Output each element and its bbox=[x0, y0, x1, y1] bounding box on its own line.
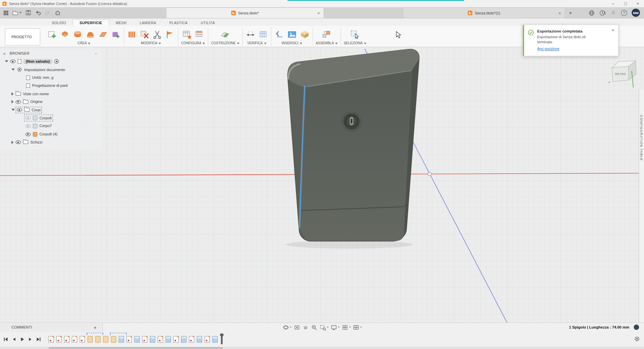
redo-button[interactable] bbox=[45, 10, 51, 15]
activate-target-icon[interactable] bbox=[54, 59, 59, 64]
group-label-modifica[interactable]: MODIFICA bbox=[141, 42, 157, 45]
timeline-feature-box[interactable] bbox=[150, 336, 155, 343]
ribbon-tab-solido[interactable]: SOLIDO bbox=[45, 20, 73, 26]
file-menu-button[interactable] bbox=[12, 10, 22, 15]
undo-button[interactable] bbox=[35, 10, 41, 15]
timeline-feature-sketch[interactable] bbox=[48, 336, 54, 343]
browser-row-part-design[interactable]: Progettazione di parti bbox=[0, 82, 102, 90]
step-back-button[interactable] bbox=[11, 337, 16, 342]
collapsed-arrow-icon[interactable] bbox=[11, 92, 13, 96]
new-tab-button[interactable]: + bbox=[565, 7, 576, 18]
collapsed-arrow-icon[interactable] bbox=[11, 140, 13, 144]
skip-to-start-button[interactable] bbox=[3, 337, 8, 342]
window-maximize-button[interactable]: □ bbox=[620, 0, 632, 7]
browser-row-origin[interactable]: Origine bbox=[0, 98, 102, 106]
visibility-eye-icon[interactable] bbox=[16, 100, 21, 104]
timeline-feature-sketch[interactable] bbox=[72, 336, 77, 343]
browser-row-bodies[interactable]: Corpi bbox=[0, 106, 102, 114]
home-button[interactable] bbox=[55, 10, 61, 15]
browser-row-document[interactable]: (Non salvato) bbox=[0, 57, 102, 65]
visibility-eye-icon[interactable] bbox=[10, 60, 16, 63]
document-tab-2[interactable]: Senza titolo*(1) × bbox=[403, 7, 565, 18]
ribbon-tab-plastica[interactable]: PLASTICA bbox=[163, 20, 194, 26]
orbit-button[interactable] bbox=[283, 324, 292, 331]
ribbon-tab-mesh[interactable]: MESH bbox=[109, 20, 133, 26]
zoom-window-button[interactable] bbox=[319, 324, 329, 331]
timeline-feature-box[interactable] bbox=[119, 336, 124, 343]
group-label-configura[interactable]: CONFIGURA bbox=[181, 42, 201, 45]
look-at-button[interactable] bbox=[294, 324, 300, 331]
viewport[interactable]: « BROWSER – (Non salvato) Impostazioni d… bbox=[0, 47, 644, 323]
group-label-costruzione[interactable]: COSTRUZIONE bbox=[211, 42, 236, 45]
timeline-feature-box[interactable] bbox=[181, 336, 187, 343]
user-avatar[interactable]: MM bbox=[632, 9, 640, 17]
display-settings-button[interactable] bbox=[331, 324, 340, 331]
timeline-feature-box[interactable] bbox=[212, 336, 218, 343]
viewcube[interactable]: RETRO × bbox=[608, 59, 639, 92]
app-grid-icon[interactable] bbox=[3, 10, 9, 15]
viewports-button[interactable] bbox=[353, 324, 362, 331]
browser-row-named-views[interactable]: Viste con nome bbox=[0, 90, 102, 98]
browser-row-doc-settings[interactable]: Impostazioni documento bbox=[0, 65, 102, 73]
ruled-surface-button[interactable] bbox=[127, 30, 137, 39]
tab-close-icon[interactable]: × bbox=[317, 10, 320, 15]
configuration-button[interactable] bbox=[182, 30, 192, 39]
ribbon-tab-superficie[interactable]: SUPERFICIE bbox=[72, 19, 109, 26]
create-sketch-button[interactable] bbox=[47, 30, 57, 39]
model-knob[interactable] bbox=[342, 112, 361, 131]
group-label-verifica[interactable]: VERIFICA bbox=[247, 42, 263, 45]
timeline-feature-sketch[interactable] bbox=[80, 336, 85, 343]
timeline-feature-surface[interactable] bbox=[88, 336, 93, 343]
window-close-button[interactable]: × bbox=[632, 0, 644, 7]
scrollbar-thumb[interactable] bbox=[48, 347, 223, 349]
configuration-table-tab[interactable]: CONFIGURATION TABLE bbox=[639, 90, 644, 323]
expand-arrow-icon[interactable] bbox=[11, 109, 15, 111]
ribbon-tab-utilita[interactable]: UTILITÀ bbox=[194, 20, 221, 26]
timeline-feature-sketch[interactable] bbox=[173, 336, 179, 343]
construction-plane-button[interactable] bbox=[220, 30, 230, 39]
timeline-playhead[interactable] bbox=[221, 334, 222, 344]
step-forward-button[interactable] bbox=[28, 337, 33, 342]
measure-button[interactable] bbox=[246, 30, 255, 39]
loft-button[interactable] bbox=[86, 30, 95, 39]
timeline-feature-surface[interactable] bbox=[111, 336, 116, 343]
group-label-inserisci[interactable]: INSERISCI bbox=[282, 42, 298, 45]
group-label-assembla[interactable]: ASSEMBLA bbox=[316, 42, 334, 45]
timeline-feature-box[interactable] bbox=[165, 336, 171, 343]
timeline-feature-sketch[interactable] bbox=[142, 336, 147, 343]
browser-row-units[interactable]: Unità: mm, g bbox=[0, 74, 102, 82]
feedback-icon[interactable] bbox=[634, 325, 639, 330]
trim-button[interactable] bbox=[152, 30, 162, 39]
configuration-table-button[interactable] bbox=[195, 30, 204, 39]
insert-canvas-button[interactable] bbox=[287, 30, 297, 39]
web-globe-icon[interactable] bbox=[589, 10, 595, 16]
add-comment-button[interactable]: + bbox=[94, 324, 97, 330]
ribbon-tab-lamiera[interactable]: LAMIERA bbox=[133, 20, 163, 26]
window-minimize-button[interactable]: – bbox=[607, 0, 620, 7]
timeline-feature-sketch[interactable] bbox=[158, 336, 163, 343]
visibility-eye-icon[interactable] bbox=[26, 116, 31, 120]
browser-collapse-button[interactable]: « bbox=[3, 51, 6, 55]
expand-arrow-icon[interactable] bbox=[5, 60, 8, 62]
timeline-feature-sketch[interactable] bbox=[56, 336, 62, 343]
collapsed-arrow-icon[interactable] bbox=[11, 100, 13, 104]
browser-row-body6[interactable]: Corpo6 bbox=[0, 114, 102, 122]
timeline-feature-sketch[interactable] bbox=[127, 336, 132, 343]
timeline-feature-surface[interactable] bbox=[103, 336, 108, 343]
browser-row-body8[interactable]: Corpo8 (4) bbox=[0, 130, 102, 138]
timeline-feature-sketch[interactable] bbox=[64, 336, 69, 343]
skip-to-end-button[interactable] bbox=[36, 337, 41, 342]
visibility-eye-icon[interactable] bbox=[26, 132, 31, 136]
delete-face-button[interactable] bbox=[140, 30, 149, 39]
create-form-button[interactable] bbox=[111, 30, 120, 39]
help-button[interactable]: ? bbox=[621, 10, 627, 16]
unstitch-button[interactable] bbox=[165, 30, 175, 39]
toast-close-button[interactable]: × bbox=[611, 27, 614, 33]
interference-button[interactable] bbox=[258, 30, 268, 39]
insert-mesh-button[interactable] bbox=[300, 30, 309, 39]
save-button[interactable] bbox=[26, 10, 31, 15]
expand-arrow-icon[interactable] bbox=[11, 68, 15, 70]
comments-panel-bar[interactable]: COMMENTI + bbox=[0, 323, 103, 332]
job-status-button[interactable]: 1 bbox=[599, 10, 606, 16]
notifications-bell-icon[interactable] bbox=[610, 10, 616, 16]
